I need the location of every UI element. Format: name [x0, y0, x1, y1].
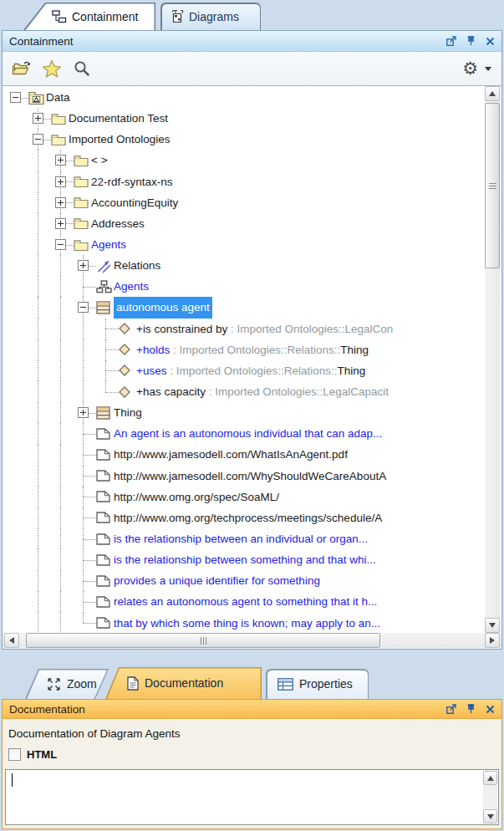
tree-node-label[interactable]: +uses : Imported Ontologies::Relations::…: [136, 360, 365, 381]
expand-icon[interactable]: [78, 260, 89, 271]
tree-row[interactable]: +is constrained by : Imported Ontologies…: [5, 319, 484, 339]
tree-node-label[interactable]: Relations: [114, 255, 160, 276]
tree-vertical-scrollbar[interactable]: [485, 86, 500, 633]
tree-guide-line: [38, 381, 38, 402]
tree-node-label[interactable]: http://www.jamesodell.com/WhyShouldWeCar…: [114, 466, 386, 487]
tree-row[interactable]: An agent is an autonomous individual tha…: [5, 423, 484, 444]
tree-row[interactable]: http://www.omg.org/spec/SoaML/: [5, 487, 484, 507]
tree-node-label[interactable]: that by which some thing is known; may a…: [114, 613, 380, 633]
scroll-left-button[interactable]: [4, 633, 19, 648]
pin-icon[interactable]: [466, 36, 476, 46]
pin-icon[interactable]: [466, 704, 476, 714]
tree-node-label[interactable]: +has capacity : Imported Ontologies::Leg…: [136, 381, 389, 402]
tree-node-label[interactable]: Agents: [91, 234, 126, 255]
tree-node-label[interactable]: < >: [91, 150, 108, 171]
tree-row[interactable]: < >: [5, 150, 484, 171]
tree-horizontal-scrollbar[interactable]: [3, 633, 501, 648]
tree-row[interactable]: http://www.jamesodell.com/WhatIsAnAgent.…: [5, 444, 484, 465]
tree-node-label[interactable]: An agent is an autonomous individual tha…: [114, 423, 382, 444]
tree-node-label[interactable]: Imported Ontologies: [69, 129, 171, 150]
scroll-right-button[interactable]: [485, 633, 500, 648]
tree-node-label[interactable]: +holds : Imported Ontologies::Relations:…: [136, 339, 369, 360]
favorites-star-icon[interactable]: [39, 56, 64, 81]
tree-row[interactable]: that by which some thing is known; may a…: [5, 613, 484, 633]
tree-row[interactable]: Agents: [5, 234, 484, 255]
tab-diagrams[interactable]: Diagrams: [160, 3, 261, 30]
html-checkbox-label[interactable]: HTML: [27, 748, 57, 761]
collapse-icon[interactable]: [10, 92, 21, 103]
tree-row[interactable]: Data: [5, 87, 484, 108]
tree-row[interactable]: +holds : Imported Ontologies::Relations:…: [5, 339, 484, 360]
collapse-icon[interactable]: [33, 134, 43, 145]
horizontal-scroll-thumb[interactable]: [26, 633, 380, 648]
tree-node-label[interactable]: Thing: [114, 402, 142, 423]
tab-zoom[interactable]: Zoom: [25, 669, 109, 699]
tree-row[interactable]: Thing: [5, 402, 484, 423]
close-icon[interactable]: [486, 705, 495, 714]
tree-node-label[interactable]: autonomous agent: [114, 297, 212, 318]
folder-icon: [51, 112, 66, 125]
tree-row[interactable]: Relations: [5, 255, 484, 276]
close-icon[interactable]: [486, 37, 495, 46]
expand-icon[interactable]: [55, 218, 66, 229]
float-icon[interactable]: [446, 36, 456, 46]
tree-node-label[interactable]: provides a unique identifier for somethi…: [114, 570, 320, 591]
tree-node-label[interactable]: http://www.jamesodell.com/WhatIsAnAgent.…: [114, 444, 348, 465]
tree-row[interactable]: AccountingEquity: [5, 192, 484, 213]
tree-node-label[interactable]: AccountingEquity: [91, 192, 178, 213]
tree-row[interactable]: autonomous agent: [5, 297, 484, 318]
dropdown-arrow-icon[interactable]: [485, 67, 491, 71]
expand-icon[interactable]: [33, 113, 43, 124]
tab-documentation[interactable]: Documentation: [105, 667, 262, 699]
expand-icon[interactable]: [55, 155, 66, 166]
expand-icon[interactable]: [55, 197, 66, 208]
tree-row[interactable]: +uses : Imported Ontologies::Relations::…: [5, 360, 484, 381]
tree-row[interactable]: relates an autonomous agent to something…: [5, 591, 484, 612]
tree-guide-line: [21, 98, 28, 99]
tree-row[interactable]: http://www.omg.org/techprocess/meetings/…: [5, 507, 484, 528]
tree-guide-line: [89, 308, 96, 308]
documentation-editor[interactable]: [5, 769, 499, 825]
open-project-icon[interactable]: [9, 56, 34, 81]
tree-row[interactable]: Agents: [5, 276, 484, 297]
tree-node-label[interactable]: 22-rdf-syntax-ns: [91, 171, 173, 192]
tree-node-label[interactable]: +is constrained by : Imported Ontologies…: [136, 319, 393, 339]
tree-node-label[interactable]: Data: [46, 87, 70, 108]
tree-guide-line: [83, 560, 96, 561]
tree-node-label[interactable]: http://www.omg.org/spec/SoaML/: [114, 487, 279, 507]
tree-node-label[interactable]: http://www.omg.org/techprocess/meetings/…: [114, 507, 382, 528]
scroll-down-button[interactable]: [485, 618, 500, 633]
tree-row[interactable]: Imported Ontologies: [5, 129, 484, 150]
vertical-scroll-thumb[interactable]: [485, 103, 500, 268]
scroll-down-button[interactable]: [483, 809, 497, 823]
tree-row[interactable]: provides a unique identifier for somethi…: [5, 570, 484, 591]
tree-guide-line: [83, 455, 96, 456]
tree-row[interactable]: +has capacity : Imported Ontologies::Leg…: [5, 381, 484, 402]
tree-node-label[interactable]: is the relationship between an individua…: [114, 528, 368, 549]
tree-node-label[interactable]: Agents: [114, 276, 149, 297]
expand-icon[interactable]: [55, 176, 66, 187]
tree-node-label[interactable]: is the relationship between something an…: [114, 549, 376, 570]
tree-row[interactable]: is the relationship between an individua…: [5, 528, 484, 549]
tree-row[interactable]: Documentation Test: [5, 108, 484, 129]
editor-scrollbar[interactable]: [483, 771, 497, 823]
tree-node-label[interactable]: Documentation Test: [69, 108, 168, 129]
expand-icon[interactable]: [78, 407, 89, 418]
collapse-icon[interactable]: [78, 302, 89, 313]
tree-row[interactable]: is the relationship between something an…: [5, 549, 484, 570]
float-icon[interactable]: [446, 704, 456, 714]
gear-icon[interactable]: ⚙: [462, 60, 478, 78]
tree-node-label[interactable]: Addresses: [91, 213, 145, 234]
scroll-up-button[interactable]: [485, 86, 500, 101]
tree-row[interactable]: Addresses: [5, 213, 484, 234]
tree-row[interactable]: 22-rdf-syntax-ns: [5, 171, 484, 192]
tab-containment[interactable]: Containment: [23, 3, 155, 30]
tree-row[interactable]: http://www.jamesodell.com/WhyShouldWeCar…: [5, 466, 484, 487]
search-icon[interactable]: [69, 56, 94, 81]
tree-node-label[interactable]: relates an autonomous agent to something…: [114, 591, 377, 612]
scroll-up-button[interactable]: [483, 771, 497, 785]
tree-guide-line: [60, 255, 61, 276]
tab-properties[interactable]: Properties: [266, 669, 369, 699]
html-checkbox[interactable]: [8, 748, 21, 761]
collapse-icon[interactable]: [55, 239, 66, 250]
